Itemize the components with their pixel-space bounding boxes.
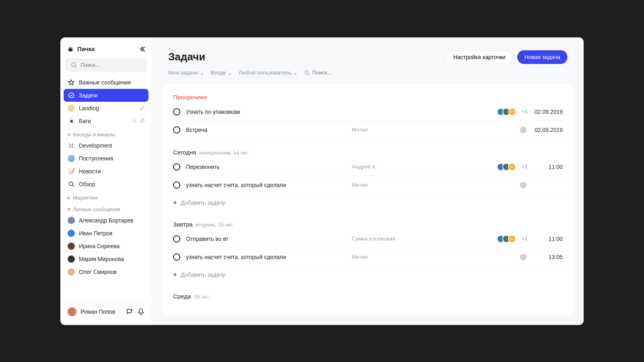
task-right: БГ +3 11:00 xyxy=(470,163,563,171)
user-avatar: БГ xyxy=(508,163,516,171)
assignees[interactable] xyxy=(519,126,527,134)
sidebar-header: Пачка xyxy=(64,45,149,58)
task-checkbox[interactable] xyxy=(173,108,180,115)
channel-label: Поступления xyxy=(79,155,113,162)
filter-my-tasks[interactable]: Мои задачи ⌄ xyxy=(168,70,204,76)
title-row: Задачи Настройка карточки Новая задача xyxy=(168,50,568,64)
filter-search-input[interactable] xyxy=(312,70,369,76)
task-row[interactable]: Встреча Митап 02.09.2019 xyxy=(173,121,563,139)
sidebar-search[interactable] xyxy=(65,58,147,72)
nav-bugs[interactable]: 🐞 Баги xyxy=(64,115,149,128)
user-avatar xyxy=(519,181,527,189)
channel-news[interactable]: 📝 Новости xyxy=(64,165,149,178)
assignees[interactable]: БГ xyxy=(497,108,516,116)
task-right: 02.09.2019 xyxy=(470,126,563,134)
task-checkbox[interactable] xyxy=(173,253,180,261)
task-right: БГ +3 11:00 xyxy=(470,235,563,243)
filter-any-user[interactable]: Любой пользователь ⌄ xyxy=(239,70,298,76)
group-title: Сегодня xyxy=(173,149,196,156)
section-label: Беседы и каналы xyxy=(73,132,115,138)
task-row[interactable]: узнать насчет счета, который сделали Мит… xyxy=(173,248,563,266)
user-avatar xyxy=(68,243,75,250)
channel-incoming[interactable]: Поступления xyxy=(64,152,149,165)
new-message-icon[interactable] xyxy=(126,308,133,315)
nav-important[interactable]: Важные сообщения xyxy=(64,76,149,89)
task-row[interactable]: Узнать по упаковкам БГ +3 02.09.2019 xyxy=(173,103,563,121)
task-checkbox[interactable] xyxy=(173,163,180,171)
nav-landing[interactable]: Landing xyxy=(64,102,149,115)
card-settings-button[interactable]: Настройка карточки xyxy=(446,50,513,64)
add-task-button[interactable]: + Добавить задачу xyxy=(173,194,563,211)
channel-label: Новости xyxy=(79,168,101,175)
pin-icon[interactable] xyxy=(139,105,144,111)
dm-name: Мария Миронова xyxy=(79,256,124,262)
add-task-button[interactable]: + Добавить задачу xyxy=(173,266,563,283)
bell-icon[interactable] xyxy=(137,308,144,315)
task-checkbox[interactable] xyxy=(173,235,180,243)
task-row[interactable]: Перезвонить Андрей К. БГ +3 11:00 xyxy=(173,158,563,176)
search-icon xyxy=(68,181,75,188)
dm-item[interactable]: Иван Петров xyxy=(64,227,149,240)
svg-point-0 xyxy=(71,63,75,66)
task-title: Перезвонить xyxy=(186,164,346,170)
filter-search[interactable] xyxy=(304,70,369,76)
dm-name: Олег Смирнов xyxy=(79,269,117,275)
app-name: Пачка xyxy=(77,45,95,52)
channel-label: Development xyxy=(79,142,112,149)
add-task-label: Добавить задачу xyxy=(181,200,225,206)
dm-item[interactable]: Александр Бортарев xyxy=(64,214,149,227)
me-avatar[interactable] xyxy=(68,307,76,316)
svg-line-1 xyxy=(75,66,76,68)
nav-label: Важные сообщения xyxy=(79,79,131,86)
task-date: 11:00 xyxy=(531,164,563,170)
filter-row: Мои задачи ⌄ Везде ⌄ Любой пользователь … xyxy=(168,64,568,84)
group-wednesday: Среда 16 окт. xyxy=(173,293,563,300)
task-panel: Просрочено Узнать по упаковкам БГ +3 02.… xyxy=(162,84,574,315)
section-marketing[interactable]: ▸ Маркетинг xyxy=(64,191,149,202)
section-dms[interactable]: ▾ Личные сообщения xyxy=(64,202,149,214)
page-title: Задачи xyxy=(168,51,205,63)
dm-name: Ирина Сереева xyxy=(79,243,120,249)
me-name[interactable]: Роман Попов xyxy=(80,309,122,315)
assignees[interactable] xyxy=(519,181,527,189)
user-avatar: БГ xyxy=(508,108,516,116)
new-task-button[interactable]: Новая задача xyxy=(517,50,568,64)
task-row[interactable]: узнать насчет счета, который сделали Мит… xyxy=(173,176,563,194)
user-avatar xyxy=(68,268,75,276)
nav-label: Landing xyxy=(79,105,99,111)
logo-icon xyxy=(67,45,74,53)
section-channels[interactable]: ▾ Беседы и каналы xyxy=(64,128,149,139)
nav-tasks[interactable]: Задачи xyxy=(64,89,149,102)
task-checkbox[interactable] xyxy=(173,181,180,189)
channel-review[interactable]: Обзор xyxy=(64,178,149,191)
main-content: Задачи Настройка карточки Новая задача М… xyxy=(152,37,584,325)
pin-icon[interactable] xyxy=(139,118,144,123)
task-row[interactable]: Отправить во вт Сумка хлопковая БГ +3 11… xyxy=(173,230,563,248)
assignees[interactable]: БГ xyxy=(497,163,516,171)
nav-label: Баги xyxy=(79,118,91,124)
sidebar-search-input[interactable] xyxy=(80,62,149,68)
dm-item[interactable]: Ирина Сереева xyxy=(64,240,149,253)
plus-icon: + xyxy=(173,199,177,206)
assignees[interactable]: БГ xyxy=(497,235,516,243)
app-logo[interactable]: Пачка xyxy=(67,45,95,53)
filter-everywhere[interactable]: Везде ⌄ xyxy=(211,70,233,76)
chevron-down-icon: ▾ xyxy=(68,132,70,138)
svg-point-5 xyxy=(305,70,309,74)
mute-icon xyxy=(132,118,137,123)
task-title: Встреча xyxy=(186,127,346,133)
user-avatar xyxy=(68,217,75,224)
channel-development[interactable]: Development xyxy=(64,139,149,152)
group-title: Просрочено xyxy=(173,94,207,101)
more-count: +3 xyxy=(522,236,527,242)
collapse-sidebar-button[interactable] xyxy=(139,46,145,52)
chevron-down-icon: ⌄ xyxy=(227,70,232,76)
dm-item[interactable]: Олег Смирнов xyxy=(64,265,149,278)
app-shell: Пачка Важные сообщения Задачи xyxy=(60,37,584,325)
add-task-label: Добавить задачу xyxy=(181,272,225,278)
task-checkbox[interactable] xyxy=(173,126,180,134)
dm-item[interactable]: Мария Миронова xyxy=(64,253,149,265)
assignees[interactable] xyxy=(519,253,527,261)
task-date: 02.09.2019 xyxy=(531,109,563,115)
chevron-down-icon: ▾ xyxy=(68,206,70,212)
